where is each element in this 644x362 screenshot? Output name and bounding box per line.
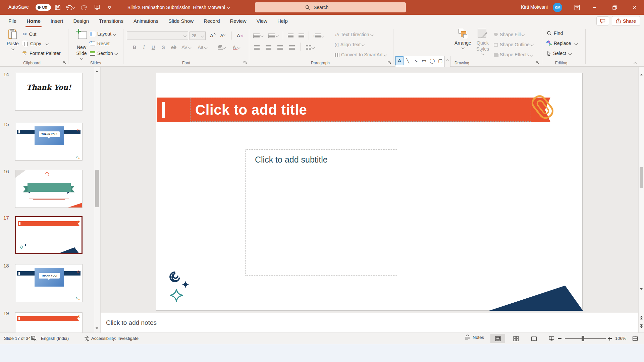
tab-view[interactable]: View: [252, 15, 272, 27]
autosave-toggle[interactable]: Off: [36, 4, 51, 11]
language-indicator[interactable]: English (India): [41, 336, 69, 341]
customize-qat-button[interactable]: [105, 3, 114, 12]
slide-17-thumbnail[interactable]: [15, 216, 83, 254]
replace-button[interactable]: bc Replace: [546, 41, 577, 46]
save-button[interactable]: [53, 3, 62, 12]
thumbnail-scrollbar[interactable]: [94, 67, 100, 333]
decrease-indent-button[interactable]: [286, 32, 295, 40]
bold-button[interactable]: B: [131, 43, 138, 51]
slide-scrollbar-thumb[interactable]: [640, 167, 643, 188]
shape-effects-button[interactable]: Shape Effects: [494, 51, 533, 59]
restore-button[interactable]: [608, 0, 621, 15]
ribbon-display-options-button[interactable]: [570, 0, 584, 15]
justify-button[interactable]: [287, 43, 296, 51]
shrink-font-button[interactable]: A: [218, 32, 227, 40]
paste-button[interactable]: Paste: [4, 29, 21, 50]
collapse-ribbon-button[interactable]: [634, 61, 636, 66]
shape-line-icon[interactable]: ╲: [404, 56, 412, 65]
zoom-slider-track[interactable]: [565, 338, 606, 339]
slide-scroll-down-button[interactable]: [639, 285, 644, 293]
change-case-button[interactable]: Aa: [197, 43, 208, 51]
slide-indicator[interactable]: Slide 17 of 34: [4, 336, 31, 341]
new-slide-button[interactable]: ​ New Slide: [72, 29, 91, 59]
tab-animations[interactable]: Animations: [128, 15, 163, 27]
tab-review[interactable]: Review: [225, 15, 252, 27]
text-direction-button[interactable]: ↓AText Direction: [335, 31, 373, 39]
tab-home[interactable]: Home: [21, 15, 46, 27]
layout-button[interactable]: Layout: [90, 31, 116, 37]
slide-18-thumbnail[interactable]: THANK YOU!: [15, 264, 83, 302]
slide-canvas[interactable]: Click to add title Click to add subtitle: [156, 73, 583, 311]
numbering-button[interactable]: [268, 32, 279, 40]
previous-slide-button[interactable]: [639, 313, 644, 321]
slide-sorter-view-button[interactable]: [508, 334, 523, 343]
shape-line-arrow-icon[interactable]: ↘: [412, 56, 420, 65]
document-title-menu[interactable]: BlinkX Brainathon Submission_Hitesh Motw…: [127, 0, 229, 15]
copy-button[interactable]: Copy: [23, 41, 48, 46]
tab-file[interactable]: File: [3, 15, 21, 27]
minimize-button[interactable]: [588, 0, 601, 15]
columns-button[interactable]: [304, 43, 316, 51]
align-left-button[interactable]: [252, 43, 261, 51]
tab-transitions[interactable]: Transitions: [94, 15, 128, 27]
redo-button[interactable]: [80, 3, 89, 12]
reading-view-button[interactable]: [527, 334, 541, 343]
slide-scrollbar[interactable]: [638, 67, 644, 333]
subtitle-placeholder[interactable]: Click to add subtitle: [246, 149, 397, 276]
reset-button[interactable]: ↺ Reset: [90, 41, 110, 46]
cut-button[interactable]: ✂Cut: [23, 31, 36, 37]
format-painter-button[interactable]: Format Painter: [22, 51, 61, 56]
section-button[interactable]: Section: [90, 51, 117, 56]
increase-indent-button[interactable]: [297, 32, 306, 40]
start-presentation-button[interactable]: [93, 3, 102, 12]
convert-smartart-button[interactable]: Convert to SmartArt: [335, 51, 386, 59]
shape-rectangle-icon[interactable]: ▭: [420, 56, 428, 65]
accessibility-status[interactable]: Accessibility: Investigate: [91, 336, 139, 341]
paragraph-dialog-launcher[interactable]: [388, 61, 392, 65]
avatar[interactable]: KM: [553, 3, 562, 12]
notes-button[interactable]: Notes: [465, 335, 484, 340]
zoom-slider-thumb[interactable]: [582, 336, 584, 341]
italic-button[interactable]: I: [140, 43, 148, 51]
highlight-color-button[interactable]: [215, 43, 227, 51]
line-spacing-button[interactable]: ↕: [312, 32, 325, 40]
tab-insert[interactable]: Insert: [46, 15, 68, 27]
thumbnail-scrollbar-thumb[interactable]: [95, 170, 99, 207]
character-spacing-button[interactable]: AV: [181, 43, 191, 51]
underline-button[interactable]: U: [150, 43, 157, 51]
select-button[interactable]: Select: [547, 51, 571, 56]
align-text-button[interactable]: [↕]Align Text: [335, 41, 364, 49]
close-button[interactable]: [628, 0, 641, 15]
spellcheck-icon[interactable]: [31, 336, 37, 341]
fit-slide-button[interactable]: [630, 334, 640, 343]
slide-14-thumbnail[interactable]: Thank You!: [15, 73, 83, 111]
shape-outline-button[interactable]: Shape Outline: [494, 41, 533, 49]
comments-button[interactable]: [596, 16, 609, 25]
strikethrough-button[interactable]: ab: [169, 43, 178, 51]
shadow-button[interactable]: S: [160, 43, 167, 51]
thumbnail-scroll-down-button[interactable]: [94, 324, 100, 332]
next-slide-button[interactable]: [639, 322, 644, 330]
normal-view-button[interactable]: [490, 334, 505, 343]
shape-oval-icon[interactable]: ◯: [428, 56, 436, 65]
find-button[interactable]: Find: [547, 31, 563, 36]
thumbnail-scroll-up-button[interactable]: [94, 67, 100, 75]
font-dialog-launcher[interactable]: [244, 61, 248, 65]
tab-design[interactable]: Design: [68, 15, 94, 27]
notes-pane[interactable]: Click to add notes: [101, 313, 638, 333]
font-color-button[interactable]: A: [230, 43, 242, 51]
align-center-button[interactable]: [264, 43, 273, 51]
user-name[interactable]: Kirti Motwani: [521, 4, 548, 10]
shape-fill-button[interactable]: Shape Fill: [494, 31, 524, 39]
drawing-dialog-launcher[interactable]: [536, 61, 540, 65]
ribbon-search-box[interactable]: Search: [255, 2, 406, 12]
zoom-level[interactable]: 106%: [615, 336, 626, 341]
slide-19-thumbnail[interactable]: [15, 312, 83, 333]
clear-formatting-button[interactable]: A: [235, 32, 245, 40]
font-name-combo[interactable]: [127, 32, 188, 40]
arrange-button[interactable]: Arrange: [453, 29, 472, 49]
undo-button[interactable]: [65, 3, 74, 12]
quick-styles-button[interactable]: Quick Styles: [474, 29, 492, 55]
tab-slide-show[interactable]: Slide Show: [163, 15, 199, 27]
font-size-combo[interactable]: 28: [190, 32, 206, 40]
